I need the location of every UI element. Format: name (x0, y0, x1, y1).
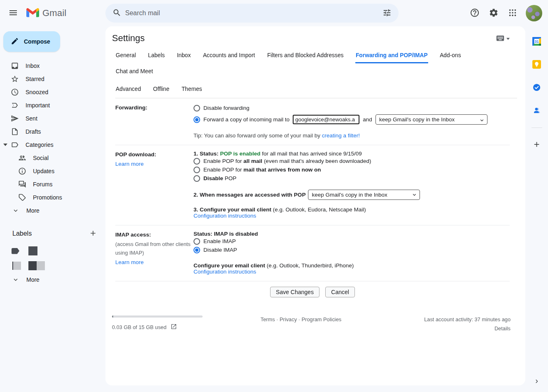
storage-meter (112, 315, 203, 318)
program-policies-link[interactable]: Program Policies (301, 316, 341, 322)
page-title: Settings (112, 33, 145, 44)
sidebar-item-more[interactable]: More (0, 204, 105, 217)
tab-advanced[interactable]: Advanced (115, 82, 141, 98)
sidebar-item-updates[interactable]: Updates (0, 165, 105, 178)
radio-icon-selected[interactable] (194, 116, 200, 123)
inbox-icon (11, 62, 19, 70)
tab-chat-and-meet[interactable]: Chat and Meet (115, 63, 154, 79)
radio-option-disable-imap[interactable]: Disable IMAP (194, 246, 510, 254)
tab-inbox[interactable]: Inbox (177, 47, 191, 63)
labels-more[interactable]: More (0, 273, 105, 286)
external-link-icon[interactable] (170, 323, 177, 331)
settings-button[interactable] (485, 5, 502, 21)
search-input[interactable] (125, 9, 379, 17)
labels-title: Labels (12, 230, 32, 237)
top-bar: Gmail (0, 0, 548, 26)
clock-icon (11, 88, 19, 96)
radio-icon-selected (194, 247, 200, 253)
forwarding-tip: Tip: You can also forward only some of y… (194, 132, 510, 139)
tab-forwarding-and-pop-imap[interactable]: Forwarding and POP/IMAP (355, 47, 428, 63)
label-item-redacted[interactable] (0, 244, 105, 258)
tab-labels[interactable]: Labels (148, 47, 166, 63)
support-button[interactable] (466, 5, 483, 21)
pop-configuration-instructions-link[interactable]: Configuration instructions (194, 213, 256, 219)
radio-icon (194, 167, 200, 173)
create-label-button[interactable] (87, 228, 99, 239)
radio-option-pop-disable[interactable]: Disable POP (194, 174, 510, 183)
send-icon (11, 114, 19, 123)
draft-file-icon (11, 128, 19, 136)
terms-link[interactable]: Terms (261, 316, 275, 322)
categories-tag-icon (11, 141, 19, 149)
radio-option-pop-all-mail[interactable]: Enable POP for all mail (even mail that'… (194, 157, 510, 165)
sidebar-item-social[interactable]: Social (0, 151, 105, 165)
sidebar-item-important[interactable]: Important (0, 99, 105, 112)
tasks-icon (532, 83, 541, 93)
label-item-redacted[interactable] (0, 258, 105, 273)
radio-icon (194, 175, 200, 182)
radio-option-enable-imap[interactable]: Enable IMAP (194, 237, 510, 246)
keep-button[interactable] (530, 58, 543, 72)
tasks-button[interactable] (530, 81, 543, 95)
imap-configuration-instructions-link[interactable]: Configuration instructions (194, 269, 256, 275)
pop-action-select[interactable]: keep Gmail's copy in the Inbox (308, 190, 420, 200)
sidebar-item-forums[interactable]: Forums (0, 178, 105, 191)
pencil-icon (11, 37, 19, 46)
calendar-button[interactable]: 31 (530, 35, 543, 49)
account-avatar[interactable] (526, 5, 542, 21)
settings-tabs-row1: General Labels Inbox Accounts and Import… (105, 45, 525, 79)
radio-option-forward-copy: Forward a copy of incoming mail to and k… (194, 114, 510, 125)
sidebar-item-sent[interactable]: Sent (0, 112, 105, 125)
save-changes-button[interactable]: Save Changes (270, 287, 319, 297)
label-tag-icon (12, 262, 21, 270)
google-apps-button[interactable] (504, 5, 521, 21)
radio-icon (194, 158, 200, 165)
label-important-icon (11, 101, 19, 109)
get-add-ons-button[interactable]: + (530, 138, 543, 151)
main-menu-button[interactable] (3, 3, 23, 23)
pop-step3-line: 3. Configure your email client (e.g. Out… (194, 206, 510, 213)
compose-button[interactable]: Compose (3, 31, 60, 52)
tab-general[interactable]: General (115, 47, 136, 63)
sidebar-item-inbox[interactable]: Inbox (0, 59, 105, 72)
tab-accounts-and-import[interactable]: Accounts and Import (203, 47, 256, 63)
search-button[interactable] (109, 5, 125, 21)
cancel-button[interactable]: Cancel (325, 287, 355, 297)
radio-option-disable-forwarding[interactable]: Disable forwarding (194, 104, 510, 112)
tab-add-ons[interactable]: Add-ons (439, 47, 461, 63)
promotions-tag-icon (18, 193, 26, 202)
imap-access-label: IMAP access: (115, 231, 194, 239)
pop-learn-more-link[interactable]: Learn more (115, 160, 144, 168)
radio-option-pop-from-now-on[interactable]: Enable POP for mail that arrives from no… (194, 165, 510, 174)
imap-configure-line: Configure your email client (e.g. Outloo… (194, 262, 510, 269)
tab-offline[interactable]: Offline (153, 82, 170, 98)
gmail-logo[interactable]: Gmail (26, 7, 88, 19)
label-tag-icon (12, 248, 19, 254)
forward-action-select[interactable]: keep Gmail's copy in the Inbox (375, 114, 487, 125)
radio-icon (194, 105, 200, 111)
tab-themes[interactable]: Themes (181, 82, 203, 98)
account-activity-block: Last account activity: 37 minutes ago De… (387, 315, 511, 332)
keep-icon (532, 60, 541, 70)
tune-icon (382, 8, 392, 19)
search-options-button[interactable] (379, 5, 395, 21)
details-link[interactable]: Details (494, 325, 511, 332)
side-panel-collapse-button[interactable]: › (531, 373, 542, 388)
people-icon (18, 154, 26, 162)
input-tools-button[interactable] (495, 33, 511, 45)
sidebar-item-drafts[interactable]: Drafts (0, 125, 105, 138)
forward-address-input[interactable] (293, 115, 359, 124)
contacts-icon (532, 106, 541, 116)
tab-filters-and-blocked-addresses[interactable]: Filters and Blocked Addresses (267, 47, 344, 63)
sidebar-item-promotions[interactable]: Promotions (0, 191, 105, 204)
labels-header: Labels (0, 228, 105, 239)
sidebar-item-categories[interactable]: Categories (0, 138, 105, 151)
contacts-button[interactable] (530, 104, 543, 118)
imap-learn-more-link[interactable]: Learn more (115, 258, 144, 267)
creating-a-filter-link[interactable]: creating a filter! (322, 132, 360, 139)
redacted-label-text (28, 246, 37, 255)
sidebar-item-starred[interactable]: Starred (0, 72, 105, 86)
privacy-link[interactable]: Privacy (280, 316, 297, 322)
redacted-label-text (28, 261, 37, 270)
sidebar-item-snoozed[interactable]: Snoozed (0, 86, 105, 99)
